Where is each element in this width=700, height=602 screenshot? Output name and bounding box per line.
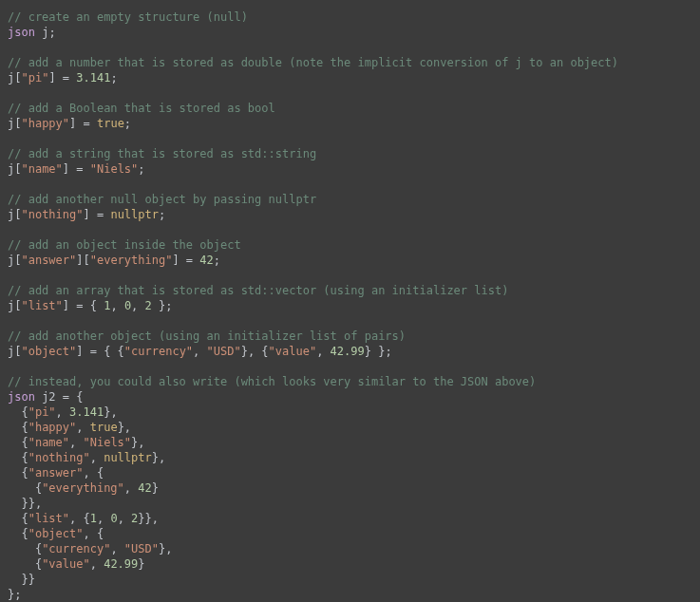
code-line: {"everything", 42} xyxy=(8,480,692,496)
code-token: , { xyxy=(69,512,90,525)
code-line: {"answer", { xyxy=(8,465,692,480)
code-line: // add another object (using an initiali… xyxy=(8,329,692,344)
code-token: } xyxy=(152,481,159,495)
code-line: {"list", {1, 0, 2}}, xyxy=(8,511,692,526)
code-token: , xyxy=(69,436,83,449)
code-line: }; xyxy=(8,587,692,602)
code-token: true xyxy=(97,117,124,130)
code-token: "USD" xyxy=(124,542,159,555)
code-token: "happy" xyxy=(28,421,77,434)
code-token: , { xyxy=(83,527,104,540)
code-token: j2 xyxy=(42,390,55,404)
code-token: nullptr xyxy=(110,208,159,221)
code-token: // add an object inside the object xyxy=(8,238,241,252)
code-token: // add another null object by passing nu… xyxy=(8,193,316,206)
code-line: {"nothing", nullptr}, xyxy=(8,450,692,465)
code-line xyxy=(8,222,692,237)
code-token: 3.141 xyxy=(69,405,104,419)
code-line: }} xyxy=(8,572,692,587)
code-token: }} xyxy=(8,573,35,586)
code-token: { xyxy=(8,527,28,540)
code-token: 2 xyxy=(145,299,152,312)
code-token: "currency" xyxy=(42,542,110,555)
code-token: }, xyxy=(159,542,172,555)
code-token: true xyxy=(90,421,118,434)
code-token: "USD" xyxy=(207,345,241,358)
code-token: "value" xyxy=(42,557,90,571)
code-line xyxy=(8,313,692,329)
code-token: "everything" xyxy=(42,481,124,495)
code-line: // add an object inside the object xyxy=(8,237,692,253)
code-token: }, xyxy=(131,436,144,449)
code-token: { xyxy=(8,451,28,464)
code-line: {"object", { xyxy=(8,526,692,541)
code-token: 1 xyxy=(90,512,97,525)
code-token: { xyxy=(8,436,28,449)
code-token: "currency" xyxy=(124,345,193,358)
code-line: j["name"] = "Niels"; xyxy=(8,161,692,177)
code-token: , xyxy=(131,299,144,312)
code-token: { xyxy=(8,481,42,495)
code-token: ] = { { xyxy=(76,345,124,358)
code-token: 42.99 xyxy=(104,557,138,571)
code-token: ; xyxy=(159,208,165,221)
code-line: // add a Boolean that is stored as bool xyxy=(8,101,692,116)
code-token: 42 xyxy=(199,254,213,267)
code-token: { xyxy=(8,512,28,525)
code-line xyxy=(8,177,692,192)
code-token: 42.99 xyxy=(331,345,365,358)
code-token: ; xyxy=(110,71,117,85)
code-token: 0 xyxy=(110,512,117,525)
code-token: , xyxy=(124,481,138,495)
code-token: "everything" xyxy=(90,254,173,267)
code-line: j["object"] = { {"currency", "USD"}, {"v… xyxy=(8,344,692,359)
code-line: {"name", "Niels"}, xyxy=(8,435,692,450)
code-token: } xyxy=(138,557,144,571)
code-block: // create an empty structure (null)json … xyxy=(8,9,692,602)
code-token: { xyxy=(8,421,28,434)
code-token: nullptr xyxy=(104,451,152,464)
code-token: }, { xyxy=(241,345,269,358)
code-token: "list" xyxy=(28,512,69,525)
code-token: , xyxy=(316,345,330,358)
code-token: "happy" xyxy=(21,117,69,130)
code-token: "object" xyxy=(21,345,76,358)
code-line: j["answer"]["everything"] = 42; xyxy=(8,253,692,268)
code-token: "nothing" xyxy=(28,451,90,464)
code-line: j["pi"] = 3.141; xyxy=(8,70,692,85)
code-line: // add an array that is stored as std::v… xyxy=(8,283,692,298)
code-token: , { xyxy=(83,466,104,480)
code-line: {"value", 42.99} xyxy=(8,556,692,572)
code-token: , xyxy=(193,345,206,358)
code-token: , xyxy=(110,542,123,555)
code-token: json xyxy=(8,26,35,39)
code-token: ; xyxy=(214,254,220,267)
code-line: {"happy", true}, xyxy=(8,420,692,435)
code-token: "object" xyxy=(28,527,84,540)
code-line: {"currency", "USD"}, xyxy=(8,541,692,556)
code-token: "answer" xyxy=(28,466,84,480)
code-line: json j; xyxy=(8,25,692,40)
code-line: j["nothing"] = nullptr; xyxy=(8,207,692,222)
code-token: // add an array that is stored as std::v… xyxy=(8,284,508,297)
code-token: ][ xyxy=(76,254,89,267)
code-token: }, xyxy=(118,421,131,434)
code-token: }, xyxy=(104,405,117,419)
code-token: }, xyxy=(152,451,165,464)
code-token: }; xyxy=(152,299,173,312)
code-line xyxy=(8,85,692,101)
code-token: // add another object (using an initiali… xyxy=(8,329,406,343)
code-line: // instead, you could also write (which … xyxy=(8,374,692,389)
code-line: j["list"] = { 1, 0, 2 }; xyxy=(8,298,692,313)
code-token: ] = xyxy=(172,254,199,267)
code-line xyxy=(8,268,692,283)
code-line xyxy=(8,40,692,55)
code-token: "name" xyxy=(21,162,62,176)
code-token: "Niels" xyxy=(90,162,139,176)
code-token: // add a Boolean that is stored as bool xyxy=(8,102,275,115)
code-token: , xyxy=(118,512,131,525)
code-token: ] = xyxy=(69,117,97,130)
code-line: {"pi", 3.141}, xyxy=(8,404,692,420)
code-token: "value" xyxy=(269,345,317,358)
code-token: { xyxy=(8,466,28,480)
